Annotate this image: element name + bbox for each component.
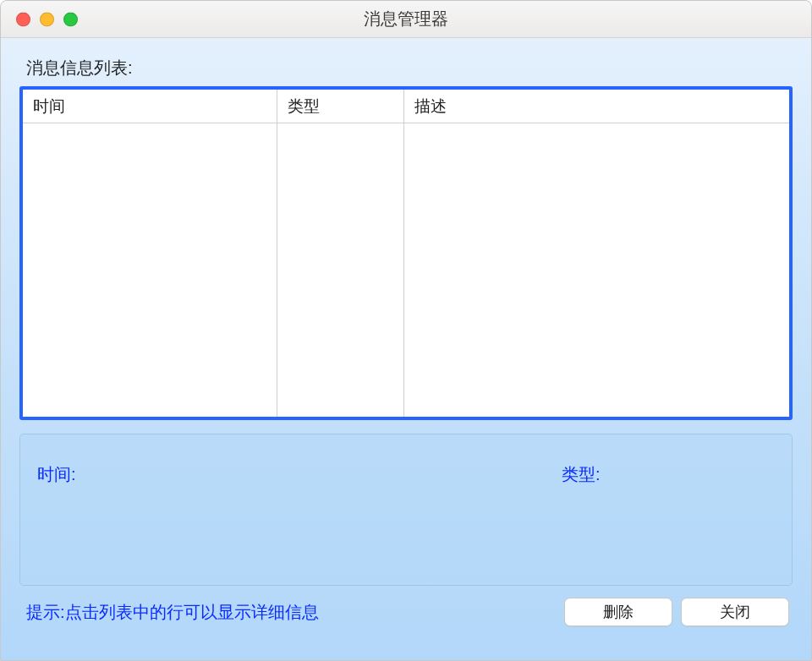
- content-area: 消息信息列表: 时间 类型 描述: [1, 38, 811, 660]
- titlebar[interactable]: 消息管理器: [1, 1, 811, 38]
- table-row-empty: [23, 123, 789, 418]
- minimize-icon[interactable]: [40, 12, 54, 26]
- list-label: 消息信息列表:: [26, 57, 793, 79]
- column-header-time[interactable]: 时间: [23, 90, 277, 123]
- close-icon[interactable]: [16, 12, 30, 26]
- message-table[interactable]: 时间 类型 描述: [23, 90, 789, 417]
- maximize-icon[interactable]: [63, 12, 78, 26]
- column-header-desc[interactable]: 描述: [403, 90, 789, 123]
- footer: 提示:点击列表中的行可以显示详细信息 删除 关闭: [19, 598, 793, 626]
- cell-time: [23, 123, 277, 418]
- window-title: 消息管理器: [1, 8, 811, 30]
- column-header-type[interactable]: 类型: [277, 90, 403, 123]
- detail-panel: 时间: 类型:: [19, 434, 793, 586]
- cell-type: [277, 123, 403, 418]
- hint-text: 提示:点击列表中的行可以显示详细信息: [26, 601, 556, 624]
- delete-button[interactable]: 删除: [564, 598, 672, 626]
- close-button[interactable]: 关闭: [681, 598, 789, 626]
- cell-desc: [403, 123, 789, 418]
- message-manager-window: 消息管理器 消息信息列表: 时间 类型 描述: [0, 0, 812, 661]
- table-header-row: 时间 类型 描述: [23, 90, 789, 123]
- detail-time-label: 时间:: [37, 463, 76, 571]
- detail-type-label: 类型:: [562, 463, 601, 486]
- traffic-lights: [16, 12, 78, 26]
- message-table-container: 时间 类型 描述: [19, 86, 793, 420]
